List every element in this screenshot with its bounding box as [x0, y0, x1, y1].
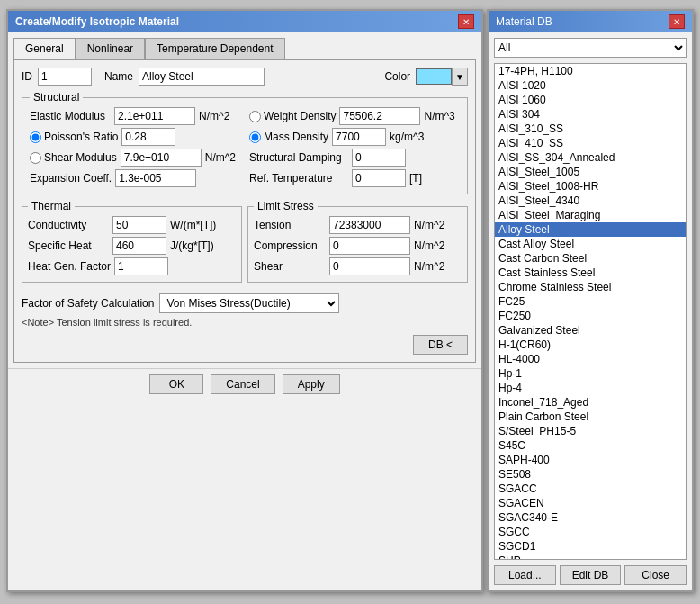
db-list-item[interactable]: SGAC340-E [495, 510, 686, 525]
db-list-item[interactable]: AISI 304 [495, 107, 686, 122]
tab-general[interactable]: General [13, 38, 76, 59]
shear-modulus-label: Shear Modulus [44, 151, 117, 164]
poissons-radio[interactable] [30, 131, 41, 143]
structural-columns: Elastic Modulus N/m^2 Poisson's Ratio [30, 107, 460, 190]
db-list-item[interactable]: S45C [495, 438, 686, 453]
weight-density-input[interactable] [339, 107, 420, 125]
db-list-item[interactable]: SHP [495, 554, 686, 560]
shear-input[interactable] [329, 257, 410, 275]
compression-label: Compression [254, 239, 326, 252]
close-button[interactable]: ✕ [458, 14, 474, 29]
conductivity-label: Conductivity [28, 219, 109, 231]
elastic-modulus-label: Elastic Modulus [30, 110, 111, 122]
thermal-legend: Thermal [28, 200, 75, 212]
mass-density-radio-label[interactable]: Mass Density [249, 131, 328, 143]
tab-temperature-dependent[interactable]: Temperature Dependent [145, 38, 284, 59]
poissons-ratio-row: Poisson's Ratio [30, 128, 240, 146]
db-list-item[interactable]: AISI_410_SS [495, 136, 686, 150]
db-list-item[interactable]: SGCD1 [495, 539, 686, 554]
main-dialog: Create/Modify Isotropic Material ✕ Gener… [6, 9, 483, 592]
db-list-item[interactable]: FC250 [495, 309, 686, 323]
db-list-item[interactable]: SE508 [495, 467, 686, 482]
fos-row: Factor of Safety Calculation Von Mises S… [22, 293, 468, 313]
structural-legend: Structural [30, 91, 83, 104]
thermal-fieldset: Thermal Conductivity W/(m*[T]) Specific … [22, 200, 242, 283]
id-input[interactable] [38, 68, 92, 86]
structural-damping-input[interactable] [352, 149, 406, 167]
tension-input[interactable] [329, 216, 410, 234]
load-button[interactable]: Load... [494, 565, 556, 585]
db-list-item[interactable]: SGACC [495, 482, 686, 496]
poissons-input[interactable] [121, 128, 175, 146]
db-list-item[interactable]: SGACEN [495, 496, 686, 510]
specific-heat-input[interactable] [112, 237, 166, 255]
ref-temp-unit: [T] [409, 172, 422, 185]
ref-temp-input[interactable] [352, 169, 406, 187]
db-list-item[interactable]: AISI_Steel_Maraging [495, 208, 686, 222]
db-list-item[interactable]: Alloy Steel [495, 222, 686, 237]
elastic-modulus-input[interactable] [114, 107, 195, 125]
db-list-item[interactable]: Inconel_718_Aged [495, 395, 686, 410]
db-list-item[interactable]: Hp-1 [495, 366, 686, 381]
bottom-bar: OK Cancel Apply [8, 368, 481, 400]
heat-gen-input[interactable] [114, 257, 168, 275]
structural-fieldset: Structural Elastic Modulus N/m^2 [22, 91, 468, 194]
db-list-item[interactable]: Hp-4 [495, 381, 686, 395]
db-list-item[interactable]: AISI 1060 [495, 93, 686, 107]
weight-density-radio-label[interactable]: Weight Density [249, 110, 336, 122]
material-db-panel: Material DB ✕ All Steel Aluminum Copper … [487, 9, 694, 592]
tab-nonlinear[interactable]: Nonlinear [76, 38, 145, 59]
db-list-item[interactable]: HL-4000 [495, 352, 686, 366]
tab-content: ID Name Color ▼ Structural [13, 59, 476, 363]
db-filter-select[interactable]: All Steel Aluminum Copper Other [494, 38, 687, 58]
db-list-item[interactable]: Cast Stainless Steel [495, 266, 686, 280]
compression-input[interactable] [329, 237, 410, 255]
db-list-item[interactable]: Galvanized Steel [495, 323, 686, 338]
structural-damping-row: Structural Damping [249, 149, 460, 167]
db-list-item[interactable]: SGCC [495, 525, 686, 539]
shear-modulus-unit: N/m^2 [205, 151, 236, 164]
db-list-item[interactable]: S/Steel_PH15-5 [495, 424, 686, 438]
db-list-item[interactable]: Plain Carbon Steel [495, 410, 686, 424]
tension-label: Tension [254, 219, 326, 231]
edit-db-button[interactable]: Edit DB [560, 565, 622, 585]
db-bottom-bar: Load... Edit DB Close [494, 565, 687, 585]
color-swatch [416, 68, 452, 85]
title-bar: Create/Modify Isotropic Material ✕ [8, 11, 481, 32]
db-list-item[interactable]: AISI_Steel_1008-HR [495, 179, 686, 194]
db-list-item[interactable]: Cast Carbon Steel [495, 251, 686, 266]
db-list-item[interactable]: AISI_Steel_1005 [495, 165, 686, 179]
db-list-item[interactable]: Chrome Stainless Steel [495, 280, 686, 294]
note-text: <Note> Tension limit stress is required. [22, 317, 468, 328]
fos-select[interactable]: Von Mises Stress(Ductile) Maximum Princi… [159, 293, 339, 313]
ok-button[interactable]: OK [149, 374, 203, 394]
color-dropdown-button[interactable]: ▼ [452, 68, 468, 86]
conductivity-input[interactable] [112, 216, 166, 234]
shear-modulus-input[interactable] [121, 149, 202, 167]
expansion-coeff-input[interactable] [115, 169, 196, 187]
mass-density-input[interactable] [332, 128, 386, 146]
db-list-item[interactable]: H-1(CR60) [495, 338, 686, 352]
db-button[interactable]: DB < [413, 335, 468, 355]
db-list-item[interactable]: AISI_Steel_4340 [495, 194, 686, 208]
weight-density-radio[interactable] [249, 111, 261, 122]
db-list-item[interactable]: AISI_SS_304_Annealed [495, 150, 686, 165]
db-list-item[interactable]: 17-4PH, H1100 [495, 64, 686, 78]
shear-radio-label[interactable]: Shear Modulus [30, 151, 117, 164]
cancel-button[interactable]: Cancel [211, 374, 274, 394]
db-list-item[interactable]: Cast Alloy Steel [495, 237, 686, 251]
db-list-item[interactable]: AISI_310_SS [495, 122, 686, 136]
db-list-item[interactable]: AISI 1020 [495, 78, 686, 93]
poissons-radio-label[interactable]: Poisson's Ratio [30, 131, 118, 143]
apply-button[interactable]: Apply [283, 374, 340, 394]
id-label: ID [22, 70, 32, 83]
db-list-item[interactable]: FC25 [495, 294, 686, 309]
mass-density-radio[interactable] [249, 131, 261, 143]
name-input[interactable] [139, 68, 265, 86]
db-close-btn[interactable]: Close [624, 565, 687, 585]
shear-radio[interactable] [30, 152, 41, 164]
lower-sections: Thermal Conductivity W/(m*[T]) Specific … [22, 200, 468, 288]
heat-gen-row: Heat Gen. Factor [28, 257, 236, 275]
db-list-item[interactable]: SAPH-400 [495, 453, 686, 467]
db-close-button[interactable]: ✕ [669, 14, 685, 29]
